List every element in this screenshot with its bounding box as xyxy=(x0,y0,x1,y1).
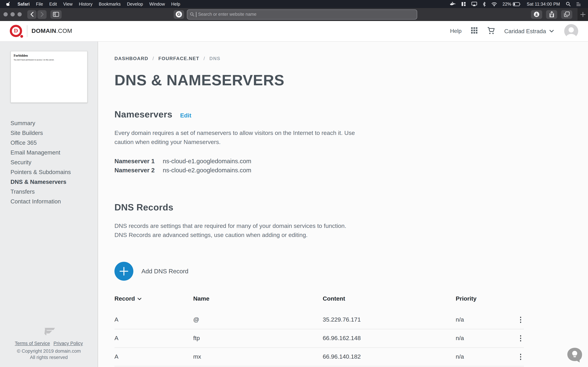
text-cursor xyxy=(196,12,196,17)
cell-record: A xyxy=(114,316,193,323)
cell-name: mx xyxy=(193,353,323,360)
menubar-item-window[interactable]: Window xyxy=(146,1,168,7)
forward-button[interactable] xyxy=(37,10,47,19)
extension-button[interactable]: G xyxy=(173,10,184,19)
downloads-button[interactable] xyxy=(531,10,542,19)
menubar-item-help[interactable]: Help xyxy=(168,1,183,7)
window-controls xyxy=(3,12,22,17)
breadcrumb-dashboard[interactable]: DASHBOARD xyxy=(114,56,148,61)
dns-records-heading: DNS Records xyxy=(114,202,173,213)
main-content: DASHBOARD / FOURFACE.NET / DNS DNS & NAM… xyxy=(98,42,588,367)
sidebar-item-transfers[interactable]: Transfers xyxy=(10,187,98,196)
bluetooth-icon[interactable] xyxy=(480,1,489,7)
breadcrumb-dns: DNS xyxy=(209,56,221,61)
search-icon xyxy=(190,12,194,17)
cell-priority: n/a xyxy=(456,335,508,342)
row-actions-menu-icon[interactable] xyxy=(517,352,524,362)
page-title: DNS & NAMESERVERS xyxy=(114,72,588,89)
docker-icon[interactable] xyxy=(447,2,458,6)
address-bar[interactable]: Search or enter website name xyxy=(187,9,417,19)
sidebar-item-pointers-subdomains[interactable]: Pointers & Subdomains xyxy=(10,167,98,177)
cell-name: ftp xyxy=(193,335,323,342)
row-actions-menu-icon[interactable] xyxy=(517,315,524,325)
brand-name: DOMAIN.COM xyxy=(32,28,72,35)
column-header-record[interactable]: Record xyxy=(114,295,193,302)
sidebar-item-dns-nameservers[interactable]: DNS & Nameservers xyxy=(10,177,98,187)
menubar-item-file[interactable]: File xyxy=(33,1,46,7)
battery-status[interactable]: 22% xyxy=(500,1,524,7)
sidebar-item-contact-information[interactable]: Contact Information xyxy=(10,196,98,206)
airplay-icon[interactable] xyxy=(469,2,480,6)
sidebar-item-office-365[interactable]: Office 365 xyxy=(10,138,98,148)
help-link[interactable]: Help xyxy=(450,28,462,34)
cell-record: A xyxy=(114,335,193,342)
footer-logo-icon xyxy=(42,327,55,336)
sidebar-item-summary[interactable]: Summary xyxy=(10,118,98,128)
add-dns-record-button[interactable]: Add DNS Record xyxy=(114,262,588,281)
back-button[interactable] xyxy=(27,10,36,19)
tab-overview-button[interactable] xyxy=(561,10,572,19)
spotlight-icon[interactable] xyxy=(563,2,573,6)
cell-record: A xyxy=(114,353,193,360)
menubar-item-safari[interactable]: Safari xyxy=(14,1,33,7)
menubar-item-bookmarks[interactable]: Bookmarks xyxy=(95,1,124,7)
apple-menu-icon[interactable] xyxy=(4,1,14,7)
table-row: A mx 66.96.140.182 n/a xyxy=(114,348,524,366)
rights-text: All rights reserved xyxy=(0,355,98,360)
sidebar: Forbidden You don't have permission to a… xyxy=(0,42,98,367)
close-window-button[interactable] xyxy=(3,12,8,17)
cell-content: 66.96.140.182 xyxy=(323,353,456,360)
avatar[interactable] xyxy=(564,24,578,38)
nameserver-1-value: ns-cloud-e1.googledomains.com xyxy=(163,157,251,166)
cart-icon[interactable] xyxy=(487,26,495,36)
nameserver-2-value: ns-cloud-e2.googledomains.com xyxy=(163,166,251,175)
sidebar-item-site-builders[interactable]: Site Builders xyxy=(10,128,98,138)
user-menu[interactable]: Caridad Estrada xyxy=(504,28,554,34)
menubar-item-edit[interactable]: Edit xyxy=(46,1,60,7)
site-preview-thumbnail[interactable]: Forbidden You don't have permission to a… xyxy=(10,51,87,103)
apps-grid-icon[interactable] xyxy=(471,27,478,35)
cell-content: 66.96.162.148 xyxy=(323,335,456,342)
copyright-text: © Copyright 2019 domain.com xyxy=(0,349,98,354)
edit-nameservers-link[interactable]: Edit xyxy=(180,112,191,119)
macos-menubar: Safari File Edit View History Bookmarks … xyxy=(0,0,588,8)
nameserver-1-label: Nameserver 1 xyxy=(114,157,163,166)
sidebar-toggle-button[interactable] xyxy=(50,10,62,19)
nameserver-2-label: Nameserver 2 xyxy=(114,166,163,175)
add-dns-record-label: Add DNS Record xyxy=(141,267,188,275)
domain-logo-icon: D xyxy=(10,25,23,38)
help-chat-bubble-button[interactable] xyxy=(566,347,583,365)
privacy-policy-link[interactable]: Privacy Policy xyxy=(53,341,83,346)
menubar-item-history[interactable]: History xyxy=(76,1,96,7)
dns-records-table: Record Name Content Priority A @ 35.229.… xyxy=(114,295,524,366)
screen: Safari File Edit View History Bookmarks … xyxy=(0,0,588,367)
menubar-clock[interactable]: Sat 11:34:00 PM xyxy=(524,1,563,7)
brand-logo[interactable]: D DOMAIN.COM xyxy=(10,25,72,38)
share-button[interactable] xyxy=(546,10,557,19)
notification-center-icon[interactable] xyxy=(573,2,584,6)
battery-percent-label: 22% xyxy=(503,1,511,7)
sidebar-nav: Summary Site Builders Office 365 Email M… xyxy=(10,118,98,206)
cell-priority: n/a xyxy=(456,316,508,323)
zoom-window-button[interactable] xyxy=(17,12,22,17)
new-tab-button[interactable] xyxy=(578,8,588,21)
menubar-item-develop[interactable]: Develop xyxy=(124,1,146,7)
row-actions-menu-icon[interactable] xyxy=(517,333,524,344)
chevron-down-icon xyxy=(550,30,554,33)
sidebar-item-security[interactable]: Security xyxy=(10,157,98,167)
nameservers-description: Every domain requires a set of nameserve… xyxy=(114,129,359,146)
plus-icon xyxy=(114,262,133,281)
window-manager-icon[interactable] xyxy=(458,2,469,6)
cell-priority: n/a xyxy=(456,353,508,360)
sidebar-item-email-management[interactable]: Email Management xyxy=(10,148,98,157)
dns-records-section: DNS Records DNS records are settings tha… xyxy=(114,202,588,239)
terms-of-service-link[interactable]: Terms of Service xyxy=(15,341,50,346)
menubar-item-view[interactable]: View xyxy=(60,1,76,7)
wifi-icon[interactable] xyxy=(489,2,500,6)
minimize-window-button[interactable] xyxy=(10,12,15,17)
preview-title: Forbidden xyxy=(14,54,84,57)
nameservers-section: Nameservers Edit Every domain requires a… xyxy=(114,109,588,175)
browser-toolbar: G Search or enter website name xyxy=(0,8,588,21)
sidebar-footer: Terms of Service Privacy Policy © Copyri… xyxy=(0,327,98,360)
breadcrumb-domain[interactable]: FOURFACE.NET xyxy=(158,56,199,61)
